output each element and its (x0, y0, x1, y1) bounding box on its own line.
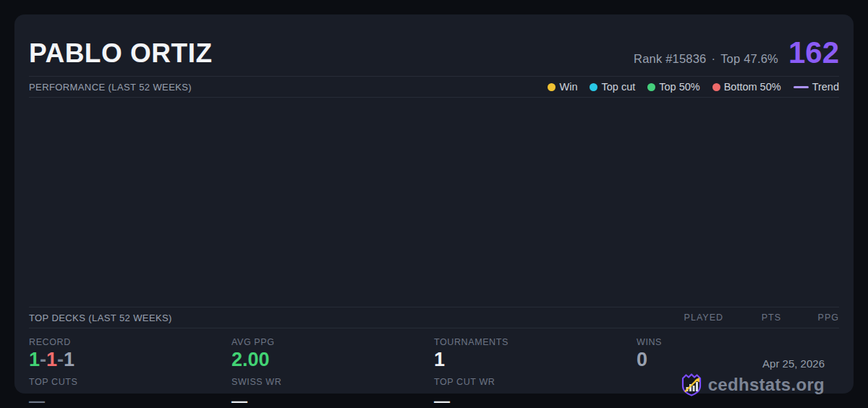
legend-item-topcut: Top cut (590, 81, 635, 93)
record-wins: 1 (29, 349, 40, 370)
swiss-wr-label: SWISS WR (231, 377, 434, 387)
performance-section-title: PERFORMANCE (LAST 52 WEEKS) (29, 82, 192, 93)
top-cut-wr-label: TOP CUT WR (434, 377, 637, 387)
record-sep: - (57, 349, 64, 370)
top-cuts-label: TOP CUTS (29, 377, 231, 387)
top-cut-wr-value: — (434, 394, 637, 408)
stat-col-record: RECORD 1-1-1 TOP CUTS — (29, 331, 231, 408)
avg-ppg-label: AVG PPG (231, 337, 434, 347)
tournaments-label: TOURNAMENTS (434, 337, 637, 347)
top-decks-section-title: TOP DECKS (LAST 52 WEEKS) (29, 313, 172, 323)
brand[interactable]: cedhstats.org (681, 373, 825, 396)
performance-chart (29, 98, 839, 307)
stat-col-tournaments: TOURNAMENTS 1 TOP CUT WR — (434, 331, 637, 408)
legend-item-win: Win (548, 81, 577, 93)
rank-number: Rank #15836 (634, 52, 706, 65)
legend-item-top50: Top 50% (647, 81, 699, 93)
legend-label: Trend (812, 81, 839, 93)
footer: Apr 25, 2026 cedhstats.org (681, 357, 825, 396)
record-draws: 1 (64, 349, 75, 370)
legend-label: Win (559, 81, 577, 93)
legend-label: Top cut (601, 81, 635, 93)
cedhstats-logo-icon (681, 373, 702, 396)
wins-label: WINS (637, 337, 839, 347)
card-header: PABLO ORTIZ Rank #15836·Top 47.6% 162 (29, 14, 839, 67)
rank-summary: Rank #15836·Top 47.6% 162 (634, 39, 839, 67)
stats-grid: RECORD 1-1-1 TOP CUTS — AVG PPG 2.00 SWI… (29, 328, 839, 405)
bottom50-dot-icon (712, 83, 720, 91)
record-value: 1-1-1 (29, 349, 231, 371)
column-header-pts: PTS (723, 313, 781, 323)
trend-line-icon (793, 86, 809, 88)
avg-ppg-value: 2.00 (231, 349, 434, 371)
topcut-dot-icon (590, 83, 597, 91)
swiss-wr-value: — (231, 394, 434, 408)
tournaments-value: 1 (434, 349, 637, 371)
stat-col-avg-ppg: AVG PPG 2.00 SWISS WR — (231, 331, 434, 408)
player-score: 162 (788, 39, 839, 67)
legend-item-bottom50: Bottom 50% (712, 81, 781, 93)
record-label: RECORD (29, 337, 231, 347)
rank-separator: · (711, 52, 715, 65)
record-sep: - (40, 349, 46, 370)
column-header-ppg: PPG (781, 313, 839, 323)
record-losses: 1 (46, 349, 57, 370)
report-date: Apr 25, 2026 (681, 357, 825, 370)
top-percent: Top 47.6% (720, 52, 778, 65)
top-decks-column-headers: PLAYED PTS PPG (665, 313, 839, 323)
brand-name: cedhstats.org (708, 375, 825, 395)
performance-section-row: PERFORMANCE (LAST 52 WEEKS) Win Top cut … (29, 77, 839, 97)
top50-dot-icon (647, 83, 655, 91)
chart-legend: Win Top cut Top 50% Bottom 50% Trend (548, 81, 839, 93)
legend-item-trend: Trend (793, 81, 839, 93)
legend-label: Top 50% (659, 81, 699, 93)
rank-text: Rank #15836·Top 47.6% (634, 52, 778, 66)
page-title: PABLO ORTIZ (29, 40, 213, 67)
win-dot-icon (548, 83, 556, 91)
column-header-played: PLAYED (665, 313, 723, 323)
legend-label: Bottom 50% (724, 81, 781, 93)
player-stats-card: PABLO ORTIZ Rank #15836·Top 47.6% 162 PE… (14, 14, 854, 394)
top-cuts-value: — (29, 394, 231, 408)
top-decks-section-row: TOP DECKS (LAST 52 WEEKS) PLAYED PTS PPG (29, 307, 839, 328)
